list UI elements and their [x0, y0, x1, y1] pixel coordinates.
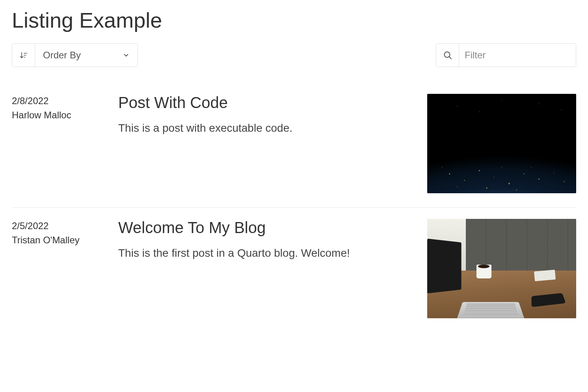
post-item[interactable]: 2/8/2022 Harlow Malloc Post With Code Th… [12, 83, 576, 208]
post-description: This is the first post in a Quarto blog.… [118, 245, 408, 262]
svg-line-4 [449, 57, 451, 59]
listing-controls: Order By [12, 43, 576, 67]
chevron-down-icon [123, 52, 130, 59]
post-meta: 2/8/2022 Harlow Malloc [12, 94, 110, 193]
order-by-group: Order By [12, 43, 138, 67]
post-title: Post With Code [118, 94, 408, 112]
page-title: Listing Example [12, 8, 576, 32]
post-meta: 2/5/2022 Tristan O'Malley [12, 219, 110, 318]
sort-icon [20, 51, 28, 59]
earth-image [427, 94, 576, 193]
sort-button[interactable] [12, 44, 35, 67]
post-title: Welcome To My Blog [118, 219, 408, 237]
post-date: 2/8/2022 [12, 95, 110, 106]
post-author: Tristan O'Malley [12, 235, 110, 246]
filter-input[interactable] [459, 44, 576, 67]
order-by-label: Order By [43, 50, 81, 61]
post-list: 2/8/2022 Harlow Malloc Post With Code Th… [12, 83, 576, 332]
post-body: Post With Code This is a post with execu… [118, 94, 419, 193]
post-thumbnail [427, 94, 576, 193]
desk-image [427, 219, 576, 318]
post-description: This is a post with executable code. [118, 119, 408, 137]
post-body: Welcome To My Blog This is the first pos… [118, 219, 419, 318]
post-author: Harlow Malloc [12, 110, 110, 121]
post-thumbnail [427, 219, 576, 318]
order-by-select[interactable]: Order By [35, 44, 138, 67]
search-icon [443, 50, 452, 60]
filter-group [436, 43, 576, 67]
post-item[interactable]: 2/5/2022 Tristan O'Malley Welcome To My … [12, 208, 576, 332]
search-icon-cell [436, 44, 459, 67]
post-date: 2/5/2022 [12, 220, 110, 231]
